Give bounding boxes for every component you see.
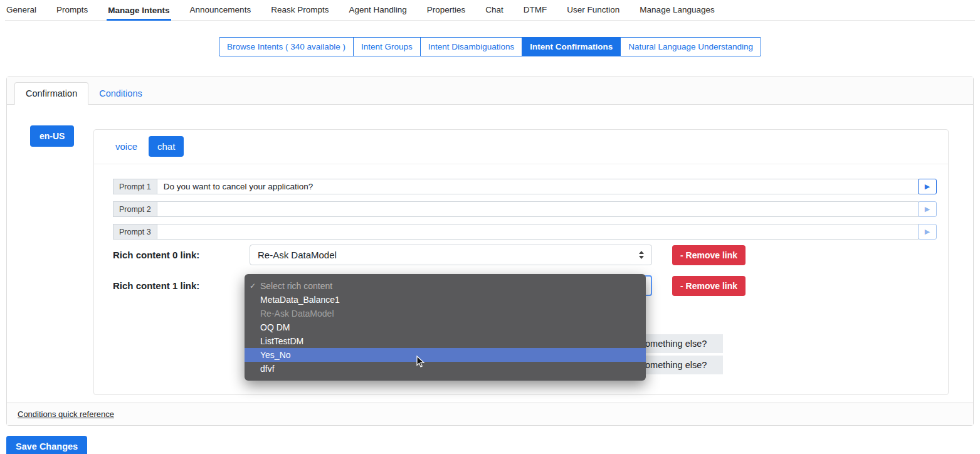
prompt-3-input[interactable] [157, 224, 919, 240]
prompt-list: Prompt 1 ▶ Prompt 2 ▶ Prompt 3 ▶ [94, 164, 948, 240]
tab-confirmation[interactable]: Confirmation [14, 82, 88, 105]
prompt-row: Prompt 3 ▶ [113, 224, 937, 240]
nav-item-reask-prompts[interactable]: Reask Prompts [270, 4, 330, 20]
conditions-quick-reference-link[interactable]: Conditions quick reference [18, 409, 114, 419]
intent-views-button-group: Browse Intents ( 340 available ) Intent … [0, 37, 980, 56]
dropdown-option-select-rich-content[interactable]: ✓ Select rich content [245, 279, 646, 293]
prompt-2-label: Prompt 2 [113, 201, 157, 217]
nav-item-manage-languages[interactable]: Manage Languages [638, 4, 715, 20]
prompt-1-input[interactable] [157, 179, 919, 194]
rich-content-1-label: Rich content 1 link: [113, 280, 250, 291]
prompt-3-label: Prompt 3 [113, 224, 157, 240]
remove-link-0-button[interactable]: - Remove link [672, 245, 746, 265]
nav-item-user-function[interactable]: User Function [566, 4, 621, 20]
top-navigation: General Prompts Manage Intents Announcem… [5, 0, 975, 21]
rich-content-0-label: Rich content 0 link: [113, 250, 250, 260]
dropdown-option-dfvf[interactable]: dfvf [245, 362, 646, 376]
nav-item-general[interactable]: General [5, 4, 38, 20]
intent-confirmations-button[interactable]: Intent Confirmations [522, 37, 621, 56]
save-changes-button[interactable]: Save Changes [6, 436, 87, 454]
nav-item-announcements[interactable]: Announcements [189, 4, 253, 20]
dropdown-option-reask-datamodel[interactable]: Re-Ask DataModel [245, 307, 646, 320]
dropdown-option-listtestdm[interactable]: ListTestDM [245, 334, 646, 348]
remove-link-1-button[interactable]: - Remove link [672, 276, 746, 296]
channel-tab-voice[interactable]: voice [114, 136, 139, 157]
natural-language-understanding-button[interactable]: Natural Language Understanding [620, 37, 761, 56]
rich-content-0-selected-value: Re-Ask DataModel [258, 250, 337, 260]
dropdown-option-oq-dm[interactable]: OQ DM [245, 320, 646, 334]
prompt-2-input[interactable] [157, 201, 919, 217]
rich-content-0-row: Rich content 0 link: Re-Ask DataModel - … [94, 245, 948, 265]
prompt-1-label: Prompt 1 [113, 179, 157, 194]
prompt-row: Prompt 2 ▶ [113, 201, 937, 217]
language-en-us-button[interactable]: en-US [30, 125, 74, 147]
obscured-chip: omething else? [645, 334, 723, 353]
play-button[interactable]: ▶ [918, 179, 937, 194]
tab-conditions[interactable]: Conditions [88, 83, 153, 104]
intent-disambiguations-button[interactable]: Intent Disambiguations [420, 37, 522, 56]
dropdown-option-metadata-balance1[interactable]: MetaData_Balance1 [245, 293, 646, 307]
select-updown-icon [639, 251, 644, 259]
card-tab-bar: Confirmation Conditions [7, 77, 973, 105]
rich-content-0-select[interactable]: Re-Ask DataModel [250, 245, 652, 265]
nav-item-agent-handling[interactable]: Agent Handling [347, 4, 408, 20]
nav-item-prompts[interactable]: Prompts [55, 4, 89, 20]
channel-tab-chat[interactable]: chat [149, 136, 184, 157]
rich-content-dropdown-menu: ✓ Select rich content MetaData_Balance1 … [245, 274, 646, 381]
obscured-chip: omething else? [645, 356, 723, 374]
nav-item-manage-intents[interactable]: Manage Intents [107, 4, 171, 21]
nav-item-properties[interactable]: Properties [426, 4, 467, 20]
language-column: en-US [17, 115, 93, 147]
card-footer: Conditions quick reference [7, 403, 973, 425]
nav-item-dtmf[interactable]: DTMF [522, 4, 549, 20]
browse-intents-button[interactable]: Browse Intents ( 340 available ) [219, 37, 354, 56]
nav-item-chat[interactable]: Chat [484, 4, 505, 20]
channel-tab-bar: voice chat [94, 130, 948, 164]
intent-groups-button[interactable]: Intent Groups [353, 37, 421, 56]
play-button[interactable]: ▶ [918, 224, 937, 240]
prompt-row: Prompt 1 ▶ [113, 179, 937, 194]
dropdown-option-yes-no[interactable]: Yes_No [245, 348, 646, 362]
play-button[interactable]: ▶ [918, 201, 937, 217]
dropdown-option-label: Select rich content [260, 281, 332, 291]
check-icon: ✓ [250, 279, 256, 293]
